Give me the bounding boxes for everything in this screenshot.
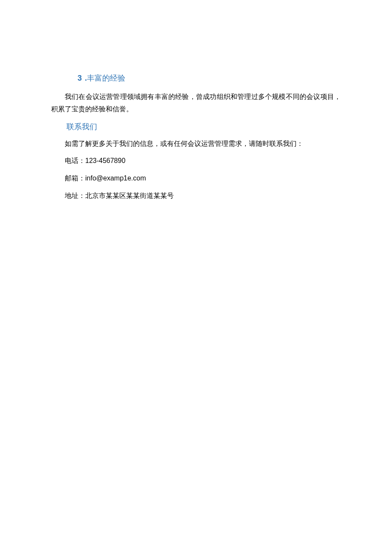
contact-address: 地址：北京市某某区某某街道某某号 — [51, 190, 341, 202]
section-3-period: . — [83, 74, 87, 82]
contact-email: 邮箱：info@examp1e.com — [51, 172, 341, 185]
contact-heading: 联系我们 — [66, 122, 341, 132]
document-content: 3 .丰富的经验 我们在会议运营管理领域拥有丰富的经验，曾成功组织和管理过多个规… — [51, 73, 341, 207]
section-3-heading: 3 .丰富的经验 — [78, 73, 341, 84]
contact-phone: 电话：123-4567890 — [51, 155, 341, 167]
section-3-number: 3 — [78, 74, 83, 82]
section-3-title: 丰富的经验 — [87, 74, 125, 82]
section-3-body: 我们在会议运营管理领域拥有丰富的经验，曾成功组织和管理过多个规模不同的会议项目，… — [51, 91, 341, 116]
contact-intro: 如需了解更多关于我们的信息，或有任何会议运营管理需求，请随时联系我们： — [51, 138, 341, 150]
